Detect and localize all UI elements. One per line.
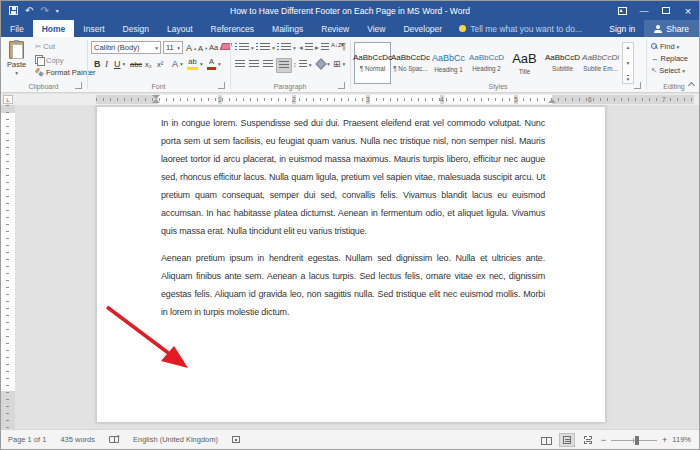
- style-normal[interactable]: AaBbCcDc ¶ Normal: [354, 42, 391, 84]
- tell-me-box[interactable]: Tell me what you want to do...: [451, 20, 590, 37]
- paragraph[interactable]: Aenean pretium ipsum in hendrerit egesta…: [161, 249, 545, 321]
- gallery-scroll-down-icon[interactable]: ▾: [627, 60, 630, 66]
- text-effects-dropdown-icon: ▾: [180, 61, 183, 67]
- zoom-slider[interactable]: [611, 435, 657, 445]
- tab-design[interactable]: Design: [114, 20, 158, 37]
- clipboard-dialog-launcher[interactable]: [75, 82, 82, 89]
- multilevel-list-icon: [281, 43, 291, 52]
- style-heading-2[interactable]: AaBbCcD Heading 2: [468, 42, 505, 84]
- paste-button[interactable]: Paste ▾: [7, 41, 26, 76]
- save-icon[interactable]: [9, 6, 18, 15]
- minimize-button[interactable]: —: [633, 1, 655, 20]
- grow-font-button[interactable]: A▴: [186, 43, 196, 53]
- subscript-button[interactable]: x₂: [145, 60, 152, 69]
- zoom-slider-thumb[interactable]: [635, 436, 639, 445]
- decrease-indent-button[interactable]: ◂: [299, 43, 313, 52]
- document-text[interactable]: In in congue lorem. Suspendisse sed dui …: [161, 114, 545, 321]
- align-right-button[interactable]: [263, 60, 273, 69]
- font-name-combo[interactable]: Calibri (Body) ▾: [91, 41, 161, 54]
- tab-mailings[interactable]: Mailings: [263, 20, 312, 37]
- show-hide-pilcrow-button[interactable]: ¶: [341, 41, 346, 51]
- highlight-color-bar: [187, 67, 198, 70]
- copy-button[interactable]: Copy: [35, 55, 64, 65]
- select-button[interactable]: ↖ Select ▾: [651, 66, 685, 75]
- style-subtitle[interactable]: AaBbCcD Subtitle: [544, 42, 581, 84]
- tab-references[interactable]: References: [202, 20, 263, 37]
- style-heading-1[interactable]: AaBbCc Heading 1: [430, 42, 467, 84]
- language-indicator[interactable]: English (United Kingdom): [126, 430, 225, 449]
- statusbar-right: − + 119%: [538, 430, 699, 449]
- zoom-out-button[interactable]: −: [601, 435, 606, 445]
- tab-stop-selector[interactable]: L: [3, 95, 13, 104]
- close-button[interactable]: ×: [677, 1, 699, 20]
- style-title[interactable]: AaB Title: [506, 42, 543, 84]
- tab-developer[interactable]: Developer: [394, 20, 451, 37]
- superscript-button[interactable]: x²: [157, 60, 163, 69]
- share-button[interactable]: Share: [644, 20, 699, 37]
- macro-recording-indicator[interactable]: [225, 430, 247, 449]
- shading-button[interactable]: ▾: [317, 60, 330, 68]
- zoom-in-button[interactable]: +: [662, 435, 667, 445]
- window-controls: — ×: [611, 1, 699, 20]
- tab-layout[interactable]: Layout: [158, 20, 202, 37]
- word-count-indicator[interactable]: 435 words: [53, 430, 102, 449]
- line-spacing-button[interactable]: ↕▾: [293, 60, 312, 69]
- paste-dropdown-icon: ▾: [15, 70, 18, 76]
- bullets-button[interactable]: ▾: [235, 43, 254, 52]
- cut-button[interactable]: ✂ Cut: [35, 42, 55, 51]
- font-color-button[interactable]: A ▾: [207, 58, 221, 70]
- styles-dialog-launcher[interactable]: [634, 82, 641, 89]
- sign-in-button[interactable]: Sign in: [600, 20, 644, 37]
- zoom-level-indicator[interactable]: 119%: [672, 435, 691, 444]
- style-subtle-emphasis[interactable]: AaBbCcDi Subtle Em...: [582, 42, 619, 84]
- proofing-errors-indicator[interactable]: [102, 430, 126, 449]
- increase-indent-button[interactable]: ▸: [315, 43, 329, 52]
- align-center-button[interactable]: [249, 60, 259, 69]
- document-area: In in congue lorem. Suspendisse sed dui …: [1, 105, 699, 431]
- justify-button[interactable]: [276, 58, 292, 73]
- font-size-combo[interactable]: 11 ▾: [163, 41, 183, 54]
- tab-file[interactable]: File: [1, 20, 33, 37]
- page-number-indicator[interactable]: Page 1 of 1: [1, 430, 53, 449]
- font-dialog-launcher[interactable]: [218, 82, 225, 89]
- redo-icon[interactable]: ↷: [40, 6, 48, 16]
- right-indent-marker[interactable]: [548, 99, 556, 103]
- text-effects-button[interactable]: A▾: [172, 59, 183, 69]
- gallery-expand-icon[interactable]: ▾: [627, 75, 630, 82]
- ribbon-display-options-button[interactable]: [611, 1, 633, 20]
- document-page[interactable]: In in congue lorem. Suspendisse sed dui …: [96, 106, 606, 423]
- font-group-label: Font: [88, 83, 229, 90]
- tab-insert[interactable]: Insert: [74, 20, 113, 37]
- style-sample: AaBbCcDc: [353, 54, 392, 62]
- replace-button[interactable]: ↔ Replace: [651, 54, 688, 63]
- undo-icon[interactable]: ↶: [25, 6, 33, 16]
- print-layout-button[interactable]: [559, 433, 575, 447]
- borders-button[interactable]: ⊞▾: [333, 59, 345, 69]
- style-no-spacing[interactable]: AaBbCcDc ¶ No Spac...: [392, 42, 429, 84]
- underline-button[interactable]: U▾: [114, 59, 125, 69]
- font-color-dropdown-icon: ▾: [218, 61, 221, 67]
- multilevel-list-button[interactable]: ▾: [277, 43, 296, 52]
- restore-button[interactable]: [655, 1, 677, 20]
- web-layout-button[interactable]: [580, 433, 596, 447]
- paragraph-dialog-launcher[interactable]: [338, 82, 345, 89]
- tab-review[interactable]: Review: [312, 20, 358, 37]
- read-mode-button[interactable]: [538, 433, 554, 447]
- customize-qat-icon[interactable]: ▾: [56, 8, 59, 14]
- shrink-font-button[interactable]: A▾: [198, 44, 207, 53]
- paragraph[interactable]: In in congue lorem. Suspendisse sed dui …: [161, 114, 545, 240]
- bold-button[interactable]: B: [94, 59, 101, 69]
- tab-view[interactable]: View: [358, 20, 394, 37]
- underline-label: U: [114, 59, 121, 69]
- gallery-scroll-up-icon[interactable]: ▴: [627, 44, 630, 50]
- align-left-button[interactable]: [235, 60, 245, 69]
- find-button[interactable]: Find ▾: [651, 42, 679, 51]
- numbering-button[interactable]: ▾: [256, 43, 275, 52]
- hanging-indent-marker[interactable]: [152, 99, 160, 103]
- italic-button[interactable]: I: [105, 59, 108, 69]
- highlight-button[interactable]: ab ▾: [187, 58, 203, 70]
- tab-home[interactable]: Home: [33, 20, 75, 37]
- strikethrough-button[interactable]: abc: [130, 60, 142, 69]
- italic-label: I: [105, 59, 108, 69]
- superscript-label: x²: [157, 60, 163, 69]
